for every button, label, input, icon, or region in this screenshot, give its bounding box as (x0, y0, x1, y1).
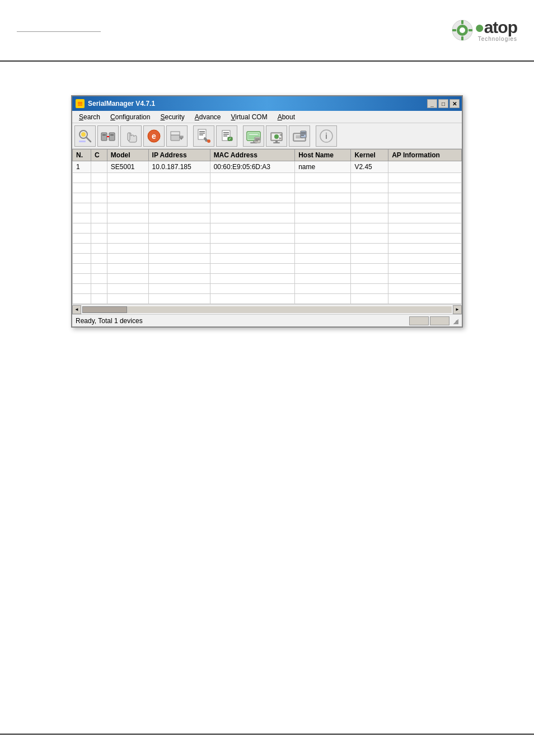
table-row[interactable]: 1 SE5001 10.0.187.185 00:60:E9:05:6D:A3 … (73, 161, 462, 173)
minimize-button[interactable]: _ (427, 99, 437, 108)
toolbar-network1-button[interactable] (243, 125, 264, 147)
horizontal-scrollbar[interactable]: ◄ ► (72, 304, 462, 314)
svg-rect-8 (78, 102, 82, 103)
toolbar-info-button[interactable]: i (316, 125, 337, 147)
toolbar-network3-button[interactable] (289, 125, 310, 147)
svg-point-13 (81, 132, 86, 137)
svg-text:i: i (325, 132, 327, 141)
status-box-1 (409, 316, 429, 325)
toolbar-sep-2 (239, 126, 241, 146)
menu-configuration[interactable]: Configuration (106, 112, 154, 122)
logo-sub-text: Technologies (475, 36, 517, 42)
svg-rect-5 (452, 29, 456, 31)
title-bar-left: SerialManager V4.7.1 (76, 99, 155, 108)
svg-rect-18 (102, 134, 106, 136)
svg-point-48 (274, 134, 279, 139)
resize-handle[interactable] (451, 316, 458, 324)
col-header-ip: IP Address (148, 150, 210, 161)
toolbar-browser-button[interactable]: e (143, 125, 165, 147)
toolbar-doc2-button[interactable]: ✓ (216, 125, 237, 147)
menu-about[interactable]: About (273, 112, 299, 122)
page-footer (0, 734, 534, 756)
logo-icon (451, 19, 474, 41)
svg-rect-57 (301, 133, 306, 134)
svg-rect-33 (223, 134, 229, 135)
header-underline (17, 31, 101, 32)
empty-row (73, 223, 462, 234)
svg-rect-44 (255, 139, 260, 140)
empty-row (73, 264, 462, 274)
app-window: SerialManager V4.7.1 _ □ ✕ Search Config… (71, 95, 463, 328)
cell-hostname: name (295, 161, 351, 173)
page-header: ●atop Technologies (0, 0, 534, 62)
empty-row (73, 254, 462, 264)
menu-virtual-com[interactable]: Virtual COM (227, 112, 272, 122)
table-container: N. C Model IP Address MAC Address Host N… (72, 149, 462, 304)
svg-rect-50 (273, 142, 280, 143)
svg-line-12 (86, 137, 91, 142)
svg-rect-19 (110, 134, 114, 136)
svg-rect-14 (79, 141, 86, 142)
empty-row (73, 234, 462, 244)
svg-rect-45 (255, 141, 258, 141)
empty-row (73, 274, 462, 284)
menu-search[interactable]: Search (74, 112, 105, 122)
close-button[interactable]: ✕ (449, 99, 460, 108)
svg-rect-4 (461, 36, 463, 40)
svg-rect-6 (469, 29, 472, 31)
toolbar-sep-1 (189, 126, 191, 146)
svg-rect-16 (109, 133, 115, 141)
maximize-button[interactable]: □ (438, 99, 448, 108)
col-header-hostname: Host Name (295, 150, 351, 161)
window-title: SerialManager V4.7.1 (88, 100, 155, 108)
col-header-config: C (91, 150, 107, 161)
cell-config (91, 161, 107, 173)
menu-advance[interactable]: Advance (190, 112, 226, 122)
empty-row (73, 244, 462, 254)
svg-rect-56 (301, 132, 306, 133)
empty-row (73, 183, 462, 193)
toolbar-network2-button[interactable] (266, 125, 287, 147)
cell-kernel: V2.45 (351, 161, 388, 173)
main-content: SerialManager V4.7.1 _ □ ✕ Search Config… (0, 62, 534, 734)
toolbar-config-button[interactable] (166, 125, 188, 147)
cell-mac: 00:60:E9:05:6D:A3 (210, 161, 295, 173)
svg-rect-58 (301, 135, 304, 136)
empty-row (73, 193, 462, 203)
empty-row (73, 284, 462, 294)
svg-rect-9 (78, 104, 82, 105)
svg-rect-43 (255, 138, 260, 139)
empty-row (73, 213, 462, 223)
logo-main-text: ●atop (475, 19, 517, 36)
svg-rect-23 (171, 135, 180, 141)
svg-point-30 (207, 139, 210, 143)
scroll-left-button[interactable]: ◄ (72, 305, 81, 314)
svg-rect-28 (199, 133, 205, 134)
toolbar: e (72, 123, 462, 149)
svg-text:e: e (152, 132, 156, 141)
toolbar-search-button[interactable] (74, 125, 96, 147)
cell-no: 1 (73, 161, 91, 173)
svg-rect-34 (223, 136, 227, 137)
status-text: Ready, Total 1 devices (76, 317, 143, 325)
toolbar-doc1-button[interactable] (193, 125, 214, 147)
toolbar-hand-button[interactable] (120, 125, 142, 147)
svg-text:✓: ✓ (228, 137, 232, 141)
empty-row (73, 294, 462, 304)
svg-rect-25 (180, 136, 183, 138)
status-right (409, 316, 458, 325)
svg-rect-24 (171, 132, 180, 135)
svg-rect-3 (461, 20, 463, 24)
menu-bar: Search Configuration Security Advance Vi… (72, 111, 462, 123)
logo-text-wrap: ●atop Technologies (475, 19, 517, 42)
menu-security[interactable]: Security (156, 112, 189, 122)
status-box-2 (430, 316, 449, 325)
scroll-thumb[interactable] (82, 306, 127, 313)
svg-rect-32 (223, 132, 229, 133)
toolbar-connect-button[interactable] (97, 125, 119, 147)
scroll-track[interactable] (82, 306, 452, 313)
atop-logo: ●atop Technologies (451, 19, 517, 42)
scroll-right-button[interactable]: ► (453, 305, 462, 314)
cell-ip: 10.0.187.185 (148, 161, 210, 173)
svg-rect-29 (199, 134, 203, 136)
